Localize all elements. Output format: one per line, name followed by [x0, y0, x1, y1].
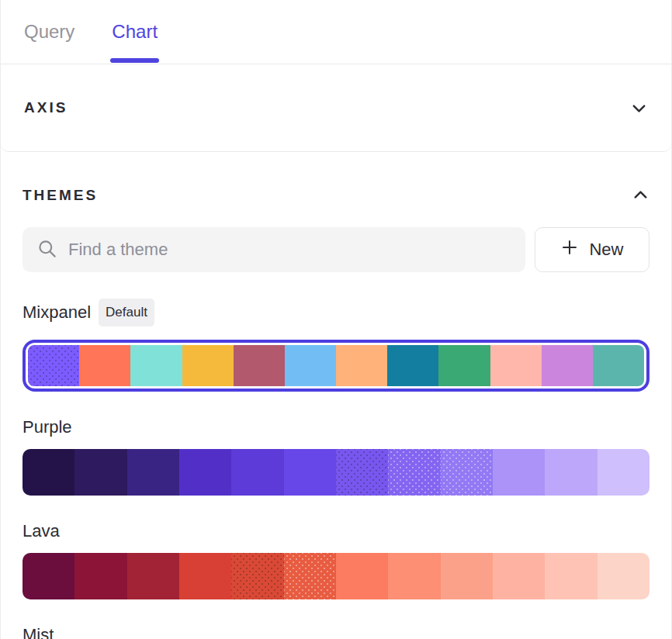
color-swatch — [336, 449, 388, 496]
color-swatch — [542, 345, 593, 386]
new-theme-button[interactable]: New — [535, 227, 649, 272]
color-swatch — [74, 449, 126, 496]
color-swatch — [490, 345, 542, 386]
themes-section-title: THEMES — [23, 187, 98, 204]
theme-label-row: MixpanelDefault — [23, 299, 649, 326]
color-swatch — [28, 345, 79, 386]
theme-name: Lava — [23, 520, 60, 543]
color-swatch — [179, 449, 231, 496]
color-swatch — [127, 449, 179, 496]
theme-default-badge: Default — [99, 299, 154, 326]
color-swatch — [441, 553, 493, 599]
color-swatch — [336, 345, 387, 386]
color-swatch — [79, 345, 130, 386]
color-swatch — [284, 553, 336, 599]
theme-search-box[interactable] — [23, 227, 525, 272]
color-swatch — [438, 345, 490, 386]
tab-chart-label: Chart — [112, 21, 158, 43]
color-swatch — [493, 553, 545, 599]
color-swatch — [231, 449, 283, 496]
theme-item: Mist — [23, 623, 649, 639]
theme-name: Mixpanel — [23, 301, 91, 324]
color-swatch — [387, 345, 438, 386]
tabbar: Query Chart — [1, 0, 671, 64]
theme-label-row: Lava — [23, 520, 649, 543]
color-swatch — [284, 449, 336, 496]
color-swatch — [74, 553, 126, 599]
themes-header: THEMES — [23, 152, 649, 204]
color-swatch — [598, 449, 649, 496]
color-swatch — [130, 345, 182, 386]
color-swatch — [127, 553, 179, 599]
color-swatch — [23, 553, 74, 599]
theme-swatches-purple[interactable] — [23, 449, 649, 496]
chevron-up-icon[interactable] — [632, 186, 649, 204]
theme-swatches-lava[interactable] — [23, 553, 649, 599]
tab-chart[interactable]: Chart — [112, 0, 158, 64]
color-swatch — [545, 449, 597, 496]
color-swatch — [23, 449, 74, 496]
color-swatch — [231, 553, 283, 599]
theme-search-input[interactable] — [68, 240, 511, 260]
color-swatch — [285, 345, 336, 386]
color-swatch — [388, 553, 440, 599]
theme-item: Purple — [23, 416, 649, 496]
section-axis[interactable]: AXIS — [1, 64, 671, 152]
color-swatch — [182, 345, 234, 386]
swatch-bar — [23, 449, 649, 496]
plus-icon — [560, 238, 579, 261]
theme-item: MixpanelDefault — [23, 299, 649, 392]
tab-query-label: Query — [24, 21, 74, 43]
theme-name: Purple — [23, 416, 72, 439]
swatch-bar — [23, 553, 649, 599]
color-swatch — [493, 449, 545, 496]
search-icon — [36, 238, 57, 262]
axis-section-title: AXIS — [24, 99, 68, 116]
color-swatch — [441, 449, 493, 496]
color-swatch — [545, 553, 597, 599]
color-swatch — [598, 553, 649, 599]
theme-label-row: Purple — [23, 416, 649, 439]
chart-settings-panel: Query Chart AXIS THEMES — [0, 0, 672, 639]
tab-query[interactable]: Query — [24, 0, 74, 64]
theme-item: Lava — [23, 520, 649, 599]
chevron-down-icon[interactable] — [630, 99, 648, 117]
section-themes: THEMES — [1, 152, 671, 639]
theme-label-row: Mist — [23, 623, 649, 639]
color-swatch — [336, 553, 388, 599]
swatch-bar — [28, 345, 644, 386]
theme-list: MixpanelDefaultPurpleLavaMist — [23, 299, 649, 639]
theme-name: Mist — [23, 623, 54, 639]
color-swatch — [593, 345, 644, 386]
theme-search-row: New — [23, 227, 649, 272]
new-theme-button-label: New — [589, 240, 623, 260]
color-swatch — [234, 345, 285, 386]
color-swatch — [179, 553, 231, 599]
theme-swatches-mixpanel[interactable] — [23, 340, 649, 392]
color-swatch — [388, 449, 440, 496]
